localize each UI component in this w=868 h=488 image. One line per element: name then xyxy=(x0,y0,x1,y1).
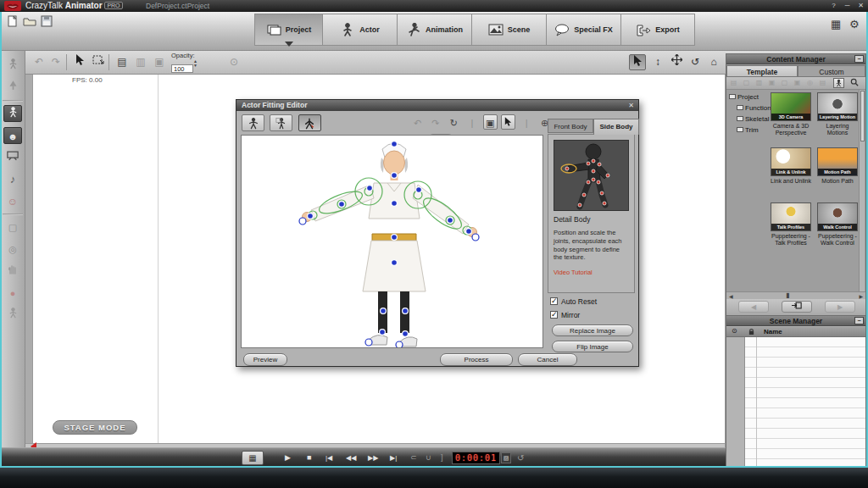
layer-copy-icon[interactable]: ▥ xyxy=(132,54,149,70)
tab-scene[interactable]: Scene xyxy=(471,14,546,46)
opacity-input[interactable]: 100 xyxy=(171,64,193,73)
stage-mode-button[interactable]: STAGE MODE xyxy=(53,420,137,435)
flip-image-button[interactable]: Flip Image xyxy=(552,341,633,352)
bone-edit-mode-button[interactable] xyxy=(298,114,321,131)
close-button[interactable]: ✕ xyxy=(855,1,866,10)
face-puppet-icon[interactable]: ☺ xyxy=(3,193,22,210)
content-thumb-layering-motions[interactable]: Layering Motion xyxy=(817,92,858,121)
tab-custom[interactable]: Custom xyxy=(798,65,865,77)
cm-tool-disabled-5[interactable]: ▢ xyxy=(779,78,790,88)
mask-view-icon[interactable]: ▣ xyxy=(483,114,498,130)
dialog-titlebar[interactable]: Actor Fitting Editor xyxy=(236,100,638,111)
cm-tool-disabled-1[interactable]: ▤ xyxy=(728,78,739,88)
tree-node-function[interactable]: Function xyxy=(737,104,771,112)
create-prop-icon[interactable] xyxy=(3,80,22,97)
rewind-icon[interactable]: ◀◀ xyxy=(346,452,356,464)
mirror-checkbox[interactable]: Mirror xyxy=(550,311,580,321)
content-thumb-walk-control[interactable]: Walk Control xyxy=(817,202,858,231)
visibility-eye-icon[interactable]: ⊙ xyxy=(732,328,737,335)
globe-tool-icon[interactable]: ◎ xyxy=(3,241,22,258)
cm-actor-filter-icon[interactable] xyxy=(833,78,844,88)
tab-project[interactable]: Project xyxy=(254,14,322,46)
tab-template[interactable]: Template xyxy=(726,65,798,77)
content-thumb-motion-path[interactable]: Motion Path xyxy=(817,147,858,176)
content-thumb-3d-camera[interactable]: 3D Camera xyxy=(771,92,811,121)
select-tool-icon[interactable] xyxy=(71,54,88,70)
tab-special-fx[interactable]: Special FX xyxy=(546,14,620,46)
cm-tool-disabled-3[interactable]: ▥ xyxy=(754,78,765,88)
save-project-icon[interactable] xyxy=(40,15,53,27)
dialog-reset-icon[interactable]: ↻ xyxy=(447,115,461,130)
content-item[interactable]: 3D Camera Camera & 3D Perspective xyxy=(769,92,813,136)
preview-button[interactable]: Preview xyxy=(243,353,287,366)
content-item[interactable]: Talk Profiles Puppeteering - Talk Profil… xyxy=(769,202,813,247)
flip-icon[interactable]: ▣ xyxy=(151,54,168,70)
content-item[interactable]: Link & Unlink Link and Unlink xyxy=(769,147,813,185)
render-settings-icon[interactable]: ▦ xyxy=(831,19,841,30)
camera-rotate-icon[interactable]: ↺ xyxy=(687,54,704,70)
dialog-pointer-icon[interactable] xyxy=(501,114,515,130)
camera-zoom-icon[interactable]: ↕ xyxy=(649,54,666,70)
content-scrollbar[interactable] xyxy=(859,90,865,291)
tree-node-trim[interactable]: Trim xyxy=(737,126,759,134)
camera-select-icon[interactable] xyxy=(629,54,646,70)
dialog-undo-icon[interactable]: ↶ xyxy=(410,115,425,130)
scene-manager-titlebar[interactable]: Scene Manager − xyxy=(726,316,865,326)
forward-button[interactable]: ▶ xyxy=(825,301,855,313)
eye-tool-icon[interactable]: ⊙ xyxy=(225,54,242,70)
loop-range-icon[interactable]: ∪ xyxy=(426,452,431,464)
auto-reset-checkbox[interactable]: Auto Reset xyxy=(550,297,597,308)
lock-icon[interactable] xyxy=(748,328,754,337)
loop-end-icon[interactable]: ] xyxy=(441,452,443,464)
cm-tool-disabled-6[interactable]: ▣ xyxy=(792,78,803,88)
cm-search-icon[interactable] xyxy=(849,78,860,88)
frame-tool-icon[interactable]: ▢ xyxy=(3,219,22,236)
scene-list[interactable] xyxy=(726,337,865,467)
tab-animation[interactable]: Animation xyxy=(397,14,471,46)
ball-tool-icon[interactable]: ● xyxy=(3,285,22,302)
cm-tool-disabled-4[interactable]: ▣ xyxy=(766,78,777,88)
tab-front-body[interactable]: Front Body xyxy=(548,119,593,133)
opacity-spinner[interactable]: ▲▼ xyxy=(193,59,200,68)
content-item[interactable]: Layering Motion Layering Motions xyxy=(815,92,860,136)
music-icon[interactable]: ♪ xyxy=(3,171,22,188)
content-thumb-talk-profiles[interactable]: Talk Profiles xyxy=(771,202,811,231)
camera-home-icon[interactable]: ⌂ xyxy=(705,54,722,70)
cancel-button[interactable]: Cancel xyxy=(518,353,577,366)
back-button[interactable]: ◀ xyxy=(738,301,769,313)
half-body-mode-button[interactable] xyxy=(270,114,292,131)
apply-to-stage-button[interactable] xyxy=(782,301,812,313)
timeline-toggle-button[interactable]: ▦ xyxy=(242,451,264,465)
cm-tool-disabled-8[interactable]: ▤ xyxy=(817,78,828,88)
tab-actor[interactable]: Actor xyxy=(322,14,397,46)
help-button[interactable]: ? xyxy=(828,1,839,10)
slider-left-arrow-icon[interactable]: ◀ xyxy=(729,293,733,299)
dialog-close-icon[interactable]: ✕ xyxy=(626,101,636,110)
tree-node-skeletal[interactable]: Skeletal xyxy=(737,115,769,123)
full-body-mode-button[interactable] xyxy=(242,114,264,131)
loop-start-icon[interactable]: ⊂ xyxy=(410,452,417,464)
new-project-icon[interactable] xyxy=(6,15,19,27)
auto-reset-checkbox-box[interactable] xyxy=(550,297,558,305)
actor-figure[interactable] xyxy=(242,136,542,347)
tab-export[interactable]: Export xyxy=(620,14,695,46)
content-item[interactable]: Motion Path Motion Path xyxy=(815,147,860,185)
content-manager-titlebar[interactable]: Content Manager − xyxy=(726,54,865,64)
open-project-icon[interactable] xyxy=(23,15,36,27)
redo-icon[interactable]: ↷ xyxy=(47,54,64,70)
hand-puppet-icon[interactable] xyxy=(3,263,22,280)
tab-side-body[interactable]: Side Body xyxy=(593,119,639,135)
undo-icon[interactable]: ↶ xyxy=(31,54,47,70)
transform-tool-icon[interactable] xyxy=(90,54,107,70)
scene-manager-minimize-icon[interactable]: − xyxy=(854,317,864,324)
tree-node-project[interactable]: Project xyxy=(729,93,759,101)
content-thumb-link-unlink[interactable]: Link & Unlink xyxy=(771,147,811,176)
replace-image-button[interactable]: Replace Image xyxy=(552,324,633,336)
loop-playback-icon[interactable]: ↺ xyxy=(517,452,524,464)
video-tutorial-link[interactable]: Video Tutorial xyxy=(554,269,629,276)
mirror-checkbox-box[interactable] xyxy=(550,311,558,319)
stop-icon[interactable]: ■ xyxy=(307,452,311,464)
fast-forward-icon[interactable]: ▶▶ xyxy=(368,452,378,464)
layer-up-icon[interactable]: ▤ xyxy=(114,54,131,70)
last-frame-icon[interactable]: ▶| xyxy=(390,452,397,464)
